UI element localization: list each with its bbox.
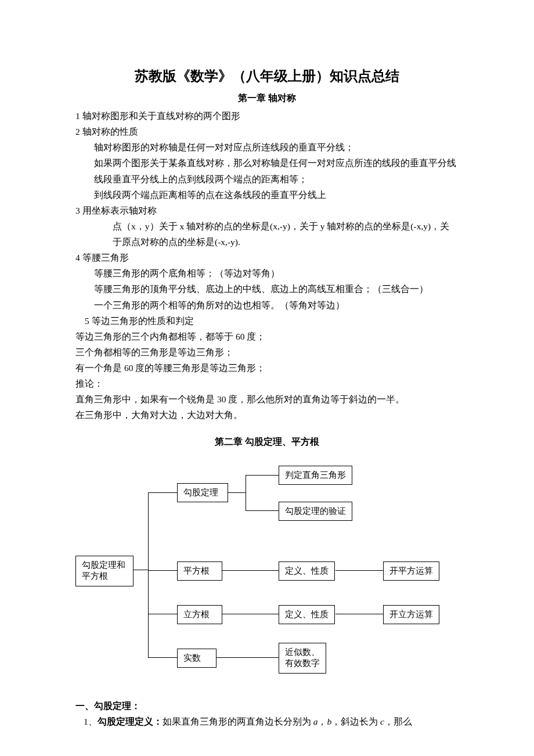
definition-text-3: ，那么 [384,717,412,726]
ch1-item-3a: 点（x，y）关于 x 轴对称的点的坐标是(x,-y)，关于 y 轴对称的点的坐标… [94,218,459,250]
node-panding: 判定直角三角形 [279,466,352,485]
ch1-item-2a: 轴对称图形的对称轴是任何一对对应点所连线段的垂直平分线； [75,139,459,155]
ch1-item-5b: 三个角都相等的三角形是等边三角形； [75,344,459,360]
ch1-item-4: 4 等腰三角形 [75,250,459,265]
ch1-item-2b: 如果两个图形关于某条直线对称，那么对称轴是任何一对对应点所连的线段的垂直平分线 [75,155,459,171]
node-kailifang: 开立方运算 [383,605,439,625]
document-title: 苏教版《数学》（八年级上册）知识点总结 [75,67,459,85]
ch1-item-5c: 有一个角是 60 度的等腰三角形是等边三角形； [75,360,459,376]
node-gougu: 勾股定理 [177,483,228,503]
ch1-item-4c: 一个三角形的两个相等的角所对的边也相等。（等角对等边） [75,297,459,313]
node-root-label: 勾股定理和平方根 [82,560,125,581]
node-jinshishu: 近似数、 有效数字 [279,643,326,674]
variable-b: b [327,717,331,726]
document-page: 苏教版《数学》（八年级上册）知识点总结 第一章 轴对称 1 轴对称图形和关于直线… [0,0,534,756]
ch1-item-5a: 等边三角形的三个内角都相等，都等于 60 度； [75,329,459,344]
section-1-item-1: 1、勾股定理定义：如果直角三角形的两直角边长分别为 a，b，斜边长为 c，那么 [75,714,459,729]
ch1-item-5d: 推论： [75,376,459,391]
chapter-2-heading: 第二章 勾股定理、平方根 [75,436,459,448]
node-root: 勾股定理和平方根 [75,556,134,586]
ch1-item-2d: 到线段两个端点距离相等的点在这条线段的垂直平分线上 [75,187,459,203]
node-yanzheng: 勾股定理的验证 [279,502,352,521]
ch1-item-5f: 在三角形中，大角对大边，大边对大角。 [75,407,459,423]
node-lifanggen: 立方根 [177,605,222,625]
node-dingyi-2: 定义、性质 [279,605,335,625]
ch1-item-5e: 直角三角形中，如果有一个锐角是 30 度，那么他所对的直角边等于斜边的一半。 [75,391,459,407]
concept-diagram: 勾股定理和平方根 勾股定理 平方根 立方根 实数 判定直角三角形 勾股定理的验证… [75,466,459,686]
ch1-item-3: 3 用坐标表示轴对称 [75,203,459,218]
node-shishu: 实数 [177,649,217,668]
node-kaipingfang: 开平方运算 [383,561,439,581]
definition-text-1: 如果直角三角形的两直角边长分别为 [163,717,313,726]
variable-c: c [380,717,384,726]
ch1-item-2: 2 轴对称的性质 [75,124,459,139]
section-1-heading: 一、勾股定理： [75,698,459,714]
ch1-item-1: 1 轴对称图形和关于直线对称的两个图形 [75,108,459,124]
ch1-item-5: 5 等边三角形的性质和判定 [75,313,459,329]
ch1-item-4a: 等腰三角形的两个底角相等；（等边对等角） [75,265,459,281]
item-number: 1、 [84,717,98,726]
ch1-item-2c: 线段垂直平分线上的点到线段两个端点的距离相等； [75,171,459,187]
definition-text-2: ，斜边长为 [331,717,380,726]
chapter-1-heading: 第一章 轴对称 [75,92,459,105]
ch1-item-4b: 等腰三角形的顶角平分线、底边上的中线、底边上的高线互相重合；（三线合一） [75,281,459,297]
comma-1: ， [317,717,327,726]
node-pingfanggen: 平方根 [177,561,222,581]
definition-label: 勾股定理定义： [98,717,163,726]
node-dingyi-1: 定义、性质 [279,561,335,581]
